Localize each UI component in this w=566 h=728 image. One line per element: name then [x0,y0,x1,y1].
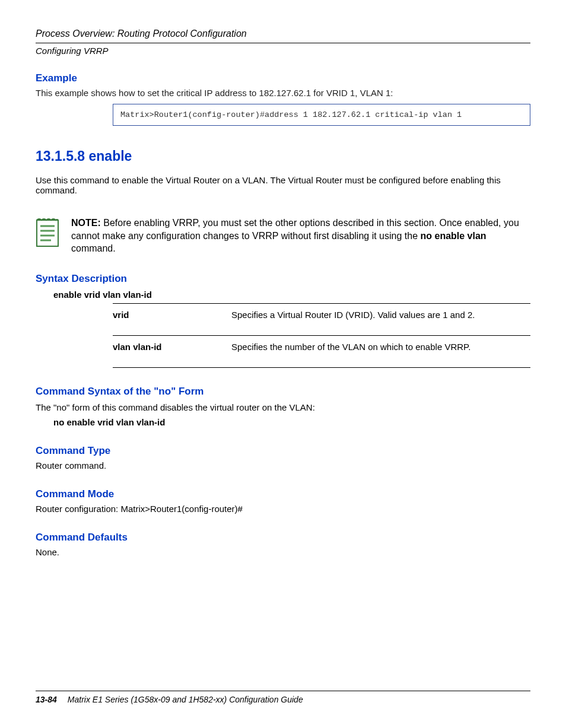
syntax-value: Specifies a Virtual Router ID (VRID). Va… [231,310,530,320]
note-label: NOTE: [71,218,101,228]
section-body-text: Use this command to enable the Virtual R… [36,175,530,195]
note-block: NOTE: Before enabling VRRP, you must set… [36,217,530,255]
heading-command-defaults: Command Defaults [36,532,530,543]
syntax-key: vrid [113,310,231,320]
running-header-line-1: Process Overview: Routing Protocol Confi… [36,28,530,43]
table-row: vrid Specifies a Virtual Router ID (VRID… [113,303,530,335]
syntax-key: vlan vlan-id [113,342,231,352]
heading-no-form: Command Syntax of the "no" Form [36,386,530,398]
note-text: NOTE: Before enabling VRRP, you must set… [71,217,530,255]
syntax-table: vrid Specifies a Virtual Router ID (VRID… [113,303,530,368]
note-text-after: command. [71,243,116,253]
command-type-text: Router command. [36,460,530,471]
heading-command-mode: Command Mode [36,488,530,500]
no-form-command: no enable vrid vlan vlan-id [53,417,530,427]
heading-syntax-description: Syntax Description [36,273,530,285]
running-header-line-2: Configuring VRRP [36,43,530,56]
page-number: 13-84 [36,695,57,704]
heading-section-enable: 13.1.5.8 enable [36,148,530,164]
document-page: Process Overview: Routing Protocol Confi… [0,0,566,728]
command-defaults-text: None. [36,547,530,557]
note-command: no enable vlan [420,231,486,241]
example-intro-text: This example shows how to set the critic… [36,88,530,98]
heading-example: Example [36,72,530,84]
example-code-block: Matrix>Router1(config-router)#address 1 … [113,104,530,126]
syntax-command: enable vrid vlan vlan-id [53,290,530,300]
heading-command-type: Command Type [36,445,530,457]
svg-rect-0 [37,220,58,246]
no-form-text: The "no" form of this command disables t… [36,402,530,412]
table-row: vlan vlan-id Specifies the number of the… [113,335,530,368]
note-icon [36,217,61,247]
command-mode-text: Router configuration: Matrix>Router1(con… [36,504,530,514]
syntax-value: Specifies the number of the VLAN on whic… [231,342,530,352]
page-footer: 13-84Matrix E1 Series (1G58x-09 and 1H58… [36,691,530,704]
footer-title: Matrix E1 Series (1G58x-09 and 1H582-xx)… [68,695,303,704]
